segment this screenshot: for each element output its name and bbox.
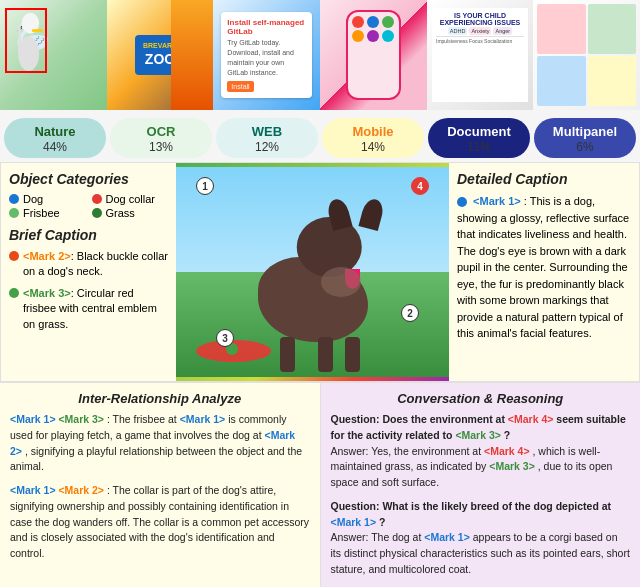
brief-caption-title: Brief Caption xyxy=(9,227,168,243)
brief-mark2-text: <Mark 2>: Black buckle collar on a dog's… xyxy=(23,249,168,280)
tab-multipanel-pct: 6% xyxy=(538,140,632,154)
tab-ocr-label: OCR xyxy=(114,124,208,139)
conv-q2-text: Question: What is the likely breed of th… xyxy=(331,500,612,512)
left-panel: Object Categories Dog Dog collar Frisbee… xyxy=(1,163,176,381)
detailed-mark1-dot xyxy=(457,197,467,207)
tab-multipanel[interactable]: Multipanel 6% xyxy=(534,118,636,158)
brief-mark2: <Mark 2>: Black buckle collar on a dog's… xyxy=(9,249,168,280)
object-categories: Object Categories Dog Dog collar Frisbee… xyxy=(9,171,168,219)
conv-a1-mark3: <Mark 3> xyxy=(489,460,535,472)
tab-web[interactable]: WEB 12% xyxy=(216,118,318,158)
tab-ocr-pct: 13% xyxy=(114,140,208,154)
detailed-caption-title: Detailed Caption xyxy=(457,171,631,187)
right-panel: Detailed Caption <Mark 1> : This is a do… xyxy=(449,163,639,381)
brief-mark3-text: <Mark 3>: Circular red frisbee with cent… xyxy=(23,286,168,332)
detailed-caption-body: : This is a dog, showing a glossy, refle… xyxy=(457,195,629,339)
cat-grass-label: Grass xyxy=(106,207,135,219)
inter-block-1: <Mark 1> <Mark 3> : The frisbee at <Mark… xyxy=(10,412,310,475)
cat-dog-collar-label: Dog collar xyxy=(106,193,156,205)
category-tabs: Nature 44% OCR 13% WEB 12% Mobile 14% Do… xyxy=(0,110,640,162)
mark-4-badge: 4 xyxy=(411,177,429,195)
tab-web-pct: 12% xyxy=(220,140,314,154)
conv-a1-text: Answer: Yes, the environment at xyxy=(331,445,485,457)
conv-q1-text3: ? xyxy=(504,429,510,441)
conv-q1: Question: Does the environment at <Mark … xyxy=(331,412,631,444)
inter-mark1-tag: <Mark 1> xyxy=(10,413,56,425)
nature-image[interactable] xyxy=(0,0,107,110)
mark3-tag: <Mark 3> xyxy=(23,287,71,299)
dog-dot xyxy=(9,194,19,204)
inter-block1-text3: , signifying a playful relationship betw… xyxy=(10,445,302,473)
conv-block-2: Question: What is the likely breed of th… xyxy=(331,499,631,578)
tab-web-label: WEB xyxy=(220,124,314,139)
frisbee-dot-icon xyxy=(9,208,19,218)
mark3-dot xyxy=(9,288,19,298)
tab-document-label: Document xyxy=(432,124,526,139)
conv-a1-mark4: <Mark 4> xyxy=(484,445,530,457)
tab-nature-pct: 44% xyxy=(8,140,102,154)
web-image[interactable]: Install self-managed GitLab Try GitLab t… xyxy=(213,0,320,110)
conv-a2-mark1: <Mark 1> xyxy=(424,531,470,543)
tab-ocr[interactable]: OCR 13% xyxy=(110,118,212,158)
inter-relationship-section: Inter-Relationship Analyze <Mark 1> <Mar… xyxy=(0,383,321,587)
detailed-mark1-tag: <Mark 1> xyxy=(473,195,521,207)
inter-block1-ref1: <Mark 1> xyxy=(180,413,226,425)
image-strip: BREVARD ZOO Install self-managed GitLab … xyxy=(0,0,640,110)
dog-collar-dot xyxy=(92,194,102,204)
conv-q2-mark1: <Mark 1> xyxy=(331,516,377,528)
tab-document-pct: 11% xyxy=(432,140,526,154)
document-image[interactable]: IS YOUR CHILD EXPERIENCING ISSUES ADHD A… xyxy=(427,0,534,110)
cat-frisbee-label: Frisbee xyxy=(23,207,60,219)
conv-a2-text: Answer: The dog at xyxy=(331,531,425,543)
tab-document[interactable]: Document 11% xyxy=(428,118,530,158)
tab-mobile-label: Mobile xyxy=(326,124,420,139)
mark-1-badge: 1 xyxy=(196,177,214,195)
tab-nature[interactable]: Nature 44% xyxy=(4,118,106,158)
grass-dot xyxy=(92,208,102,218)
cat-grass: Grass xyxy=(92,207,169,219)
cat-dog: Dog xyxy=(9,193,86,205)
conv-q2-text2: ? xyxy=(379,516,385,528)
detailed-caption-text: <Mark 1> : This is a dog, showing a glos… xyxy=(457,193,631,342)
object-categories-title: Object Categories xyxy=(9,171,168,187)
ocr-image[interactable]: BREVARD ZOO xyxy=(107,0,214,110)
mark2-tag: <Mark 2> xyxy=(23,250,71,262)
tab-nature-label: Nature xyxy=(8,124,102,139)
center-dog-image: 1 2 3 4 xyxy=(176,163,449,381)
bottom-row: Inter-Relationship Analyze <Mark 1> <Mar… xyxy=(0,382,640,587)
conv-a2: Answer: The dog at <Mark 1> appears to b… xyxy=(331,530,631,577)
brief-mark3: <Mark 3>: Circular red frisbee with cent… xyxy=(9,286,168,332)
multipanel-image[interactable] xyxy=(533,0,640,110)
inter-block2-mark1: <Mark 1> xyxy=(10,484,56,496)
tab-multipanel-label: Multipanel xyxy=(538,124,632,139)
dog-scene: 1 2 3 4 xyxy=(176,167,449,377)
inter-block2-mark2: <Mark 2> xyxy=(58,484,104,496)
inter-block-2: <Mark 1> <Mark 2> : The collar is part o… xyxy=(10,483,310,562)
brief-caption-section: Brief Caption <Mark 2>: Black buckle col… xyxy=(9,227,168,332)
conv-q1-mark4: <Mark 4> xyxy=(508,413,554,425)
mobile-image[interactable] xyxy=(320,0,427,110)
conv-a1: Answer: Yes, the environment at <Mark 4>… xyxy=(331,444,631,491)
conv-q2: Question: What is the likely breed of th… xyxy=(331,499,631,531)
tab-mobile-pct: 14% xyxy=(326,140,420,154)
tab-mobile[interactable]: Mobile 14% xyxy=(322,118,424,158)
conv-q1-mark3: <Mark 3> xyxy=(455,429,501,441)
conversation-title: Conversation & Reasoning xyxy=(331,391,631,406)
main-content: Object Categories Dog Dog collar Frisbee… xyxy=(0,162,640,382)
cat-dog-collar: Dog collar xyxy=(92,193,169,205)
conversation-section: Conversation & Reasoning Question: Does … xyxy=(321,383,641,587)
conv-q1-text: Question: Does the environment at xyxy=(331,413,508,425)
mark-2-badge: 2 xyxy=(401,304,419,322)
categories-grid: Dog Dog collar Frisbee Grass xyxy=(9,193,168,219)
inter-relationship-title: Inter-Relationship Analyze xyxy=(10,391,310,406)
mark-3-badge: 3 xyxy=(216,329,234,347)
cat-frisbee: Frisbee xyxy=(9,207,86,219)
inter-mark3-tag: <Mark 3> xyxy=(58,413,104,425)
conv-block-1: Question: Does the environment at <Mark … xyxy=(331,412,631,491)
mark2-dot xyxy=(9,251,19,261)
cat-dog-label: Dog xyxy=(23,193,43,205)
inter-block1-text: : The frisbee at xyxy=(107,413,180,425)
